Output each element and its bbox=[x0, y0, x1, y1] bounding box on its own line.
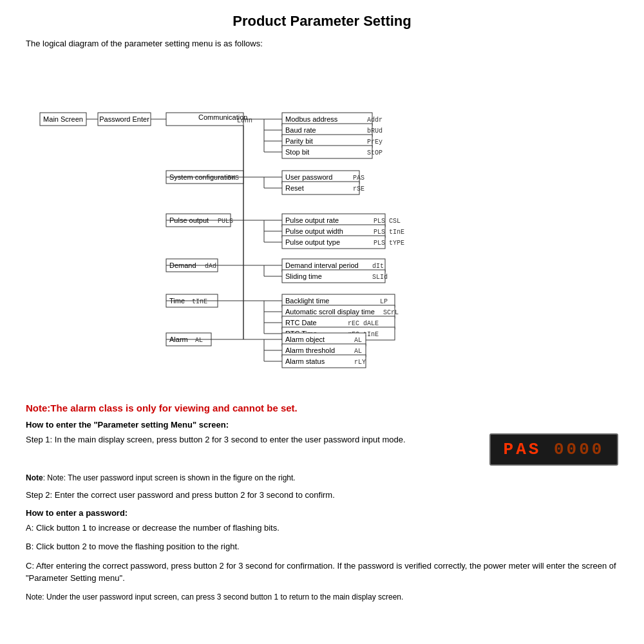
svg-text:Pulse output type: Pulse output type bbox=[285, 238, 340, 246]
svg-text:PAS: PAS bbox=[353, 175, 365, 182]
password-step-a: A: Click button 1 to increase or decreas… bbox=[26, 522, 618, 535]
note-warning: Note:The alarm class is only for viewing… bbox=[26, 402, 618, 413]
svg-text:Main Screen: Main Screen bbox=[43, 115, 83, 123]
step1-area: Step 1: In the main display screen, pres… bbox=[26, 433, 618, 466]
svg-text:PrEy: PrEy bbox=[367, 138, 383, 146]
display-zeros: 0000 bbox=[554, 440, 604, 459]
svg-text:Lonn: Lonn bbox=[237, 117, 252, 124]
svg-text:rLY: rLY bbox=[354, 359, 366, 366]
svg-text:Alarm threshold: Alarm threshold bbox=[285, 346, 335, 354]
svg-text:PLS tYPE: PLS tYPE bbox=[374, 240, 404, 247]
svg-text:Reset: Reset bbox=[285, 184, 304, 192]
subtitle: The logical diagram of the parameter set… bbox=[26, 39, 618, 48]
svg-text:RTC Date: RTC Date bbox=[285, 319, 317, 327]
bottom-note: Note: Under the user password input scre… bbox=[26, 591, 618, 603]
svg-text:Demand interval period: Demand interval period bbox=[285, 261, 359, 269]
password-display: PAS 0000 bbox=[489, 433, 618, 466]
svg-text:PULS: PULS bbox=[218, 218, 233, 225]
svg-text:Modbus address: Modbus address bbox=[285, 115, 338, 123]
svg-text:Alarm status: Alarm status bbox=[285, 357, 325, 365]
section2-title: How to enter a password: bbox=[26, 508, 618, 518]
svg-text:Parity bit: Parity bit bbox=[285, 137, 313, 145]
password-step-b: B: Click button 2 to move the flashing p… bbox=[26, 540, 618, 553]
svg-text:Addr: Addr bbox=[367, 117, 383, 124]
svg-text:rEC dALE: rEC dALE bbox=[348, 320, 379, 327]
password-step-c: C: After entering the correct password, … bbox=[26, 560, 618, 585]
svg-text:AL: AL bbox=[354, 348, 362, 355]
svg-text:AL: AL bbox=[195, 337, 203, 344]
display-text: PAS bbox=[504, 440, 542, 459]
svg-text:Alarm object: Alarm object bbox=[285, 336, 325, 343]
step2-text: Step 2: Enter the correct user password … bbox=[26, 489, 618, 502]
note-screen: Note: Note: The user password input scre… bbox=[26, 472, 618, 484]
svg-text:Pulse output width: Pulse output width bbox=[285, 227, 343, 235]
svg-text:Backlight time: Backlight time bbox=[285, 297, 329, 305]
svg-text:SYS: SYS bbox=[227, 175, 239, 182]
svg-text:StOP: StOP bbox=[367, 149, 383, 156]
svg-text:PLS CSL: PLS CSL bbox=[374, 218, 401, 225]
svg-text:bRUd: bRUd bbox=[367, 128, 383, 135]
svg-text:Pulse output rate: Pulse output rate bbox=[285, 216, 339, 224]
svg-text:Baud rate: Baud rate bbox=[285, 126, 316, 134]
svg-text:SLId: SLId bbox=[372, 274, 388, 281]
svg-text:User password: User password bbox=[285, 173, 332, 181]
svg-text:dAd: dAd bbox=[205, 263, 216, 270]
svg-text:PLS tInE: PLS tInE bbox=[374, 229, 404, 236]
svg-text:SCrL: SCrL bbox=[383, 309, 399, 316]
svg-text:tInE: tInE bbox=[192, 298, 207, 305]
svg-text:Automatic scroll display time: Automatic scroll display time bbox=[285, 308, 375, 316]
page-title: Product Parameter Setting bbox=[26, 13, 618, 30]
svg-text:Stop bit: Stop bit bbox=[285, 148, 309, 156]
svg-text:Password Enter: Password Enter bbox=[99, 115, 149, 123]
svg-text:LP: LP bbox=[380, 298, 388, 305]
display-screen-area: PAS 0000 bbox=[489, 433, 618, 466]
svg-text:AL: AL bbox=[354, 337, 362, 344]
password-steps: A: Click button 1 to increase or decreas… bbox=[26, 522, 618, 585]
svg-text:dIt: dIt bbox=[372, 263, 384, 270]
step1-text: Step 1: In the main display screen, pres… bbox=[26, 433, 477, 446]
svg-text:rSE: rSE bbox=[353, 185, 365, 193]
svg-text:Sliding time: Sliding time bbox=[285, 272, 322, 280]
section1-title: How to enter the "Parameter setting Menu… bbox=[26, 420, 618, 430]
parameter-diagram: .box { fill: white; stroke: #333; stroke… bbox=[26, 56, 618, 391]
